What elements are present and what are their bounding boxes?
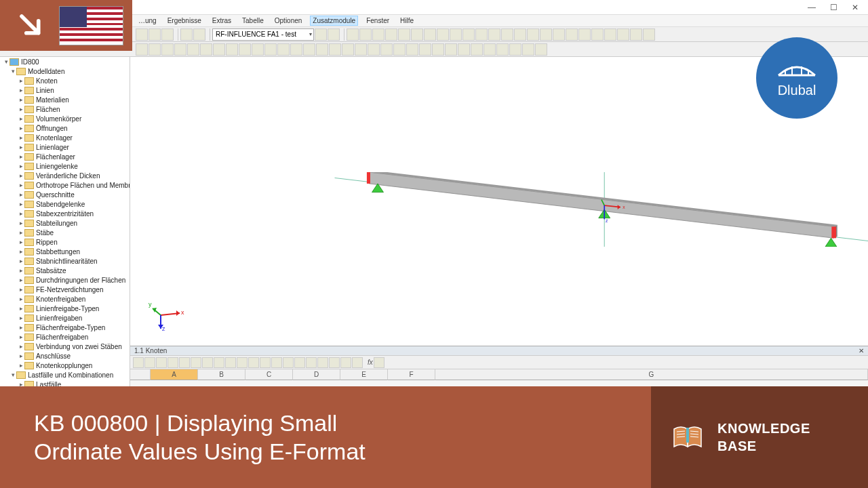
tree-item[interactable]: ▸Stabendgelenke (0, 199, 130, 209)
col-head-c[interactable]: C (245, 369, 293, 380)
toolbar-icon[interactable] (355, 43, 367, 56)
tree-item[interactable]: ▸Linienlager (0, 142, 130, 152)
toolbar-icon[interactable] (252, 43, 264, 56)
toolbar-icon[interactable] (136, 28, 148, 41)
tree-item[interactable]: ▸Lastfälle (0, 380, 130, 386)
toolbar-icon[interactable] (411, 28, 423, 41)
toolbar-icon[interactable] (445, 43, 457, 56)
table-tb-icon[interactable] (283, 357, 294, 368)
toolbar-icon[interactable] (540, 28, 552, 41)
tree-item[interactable]: ▸Durchdringungen der Flächen (0, 275, 130, 285)
module-combo[interactable]: RF-INFLUENCE FA1 - test (212, 28, 314, 41)
table-tb-icon[interactable] (248, 357, 259, 368)
3d-canvas[interactable]: x z xyz (130, 57, 868, 346)
tree-item[interactable]: ▸Knotenkopplungen (0, 361, 130, 370)
toolbar-icon[interactable] (149, 28, 161, 41)
col-head-d[interactable]: D (293, 369, 340, 380)
toolbar-icon[interactable] (347, 28, 359, 41)
tree-item[interactable]: ▸Linienfreigaben (0, 313, 130, 323)
toolbar-icon[interactable] (450, 28, 462, 41)
tree-item[interactable]: ▸FE-Netzverdichtungen (0, 285, 130, 294)
tree-group[interactable]: ▾Lastfälle und Kombinationen (0, 370, 130, 380)
col-head[interactable] (130, 369, 151, 380)
tree-item[interactable]: ▸Knoten (0, 76, 130, 85)
tree-item[interactable]: ▸Rippen (0, 237, 130, 247)
toolbar-icon[interactable] (200, 43, 212, 56)
table-tb-icon[interactable] (317, 357, 328, 368)
toolbar-icon[interactable] (475, 28, 488, 41)
menu-item[interactable]: Hilfe (397, 16, 416, 26)
toolbar-icon[interactable] (213, 43, 225, 56)
tree-item[interactable]: ▸Stabexzentrizitäten (0, 209, 130, 218)
toolbar-icon[interactable] (329, 43, 341, 56)
toolbar-icon[interactable] (264, 43, 277, 56)
menu-item[interactable]: Extras (210, 16, 234, 26)
tree-item[interactable]: ▸Volumenkörper (0, 114, 130, 123)
toolbar-icon[interactable] (514, 28, 526, 41)
toolbar-icon[interactable] (553, 28, 565, 41)
toolbar-icon[interactable] (180, 28, 193, 41)
toolbar-icon[interactable] (174, 43, 186, 56)
toolbar-icon[interactable] (342, 43, 354, 56)
toolbar-icon[interactable] (432, 43, 444, 56)
tree-item[interactable]: ▸Flächenlager (0, 152, 130, 161)
tree-item[interactable]: ▸Veränderliche Dicken (0, 171, 130, 180)
toolbar-icon[interactable] (617, 28, 629, 41)
tree-item[interactable]: ▸Öffnungen (0, 123, 130, 133)
toolbar-icon[interactable] (522, 43, 534, 56)
menu-item[interactable]: Optionen (272, 16, 305, 26)
toolbar-icon[interactable] (359, 28, 372, 41)
toolbar-icon[interactable] (398, 28, 410, 41)
menu-item[interactable]: Tabelle (239, 16, 267, 26)
toolbar-icon[interactable] (239, 43, 251, 56)
table-tb-icon[interactable] (144, 357, 155, 368)
tree-item[interactable]: ▸Liniengelenke (0, 161, 130, 171)
toolbar-icon[interactable] (315, 28, 327, 41)
toolbar-icon[interactable] (535, 43, 547, 56)
toolbar-icon[interactable] (566, 28, 578, 41)
toolbar-icon[interactable] (462, 28, 475, 41)
tree-item[interactable]: ▸Querschnitte (0, 190, 130, 199)
toolbar-icon[interactable] (149, 43, 161, 56)
col-head-a[interactable]: A (151, 369, 198, 380)
toolbar-icon[interactable] (437, 28, 449, 41)
toolbar-icon[interactable] (193, 28, 205, 41)
toolbar-icon[interactable] (136, 43, 148, 56)
menu-item[interactable]: …ung (136, 16, 159, 26)
tree-item[interactable]: ▸Materialien (0, 95, 130, 104)
maximize-button[interactable]: ☐ (823, 1, 844, 14)
toolbar-icon[interactable] (316, 43, 328, 56)
toolbar-icon[interactable] (328, 28, 340, 41)
table-tb-icon[interactable] (352, 357, 363, 368)
toolbar-icon[interactable] (501, 28, 513, 41)
toolbar-icon[interactable] (458, 43, 470, 56)
toolbar-icon[interactable] (630, 28, 642, 41)
toolbar-icon[interactable] (290, 43, 302, 56)
table-tb-icon[interactable] (374, 357, 384, 368)
toolbar-icon[interactable] (496, 43, 509, 56)
col-head-e[interactable]: E (340, 369, 388, 380)
tree-item[interactable]: ▸Flächenfreigabe-Typen (0, 323, 130, 332)
toolbar-icon[interactable] (406, 43, 418, 56)
table-tb-icon[interactable] (306, 357, 317, 368)
toolbar-icon[interactable] (226, 43, 238, 56)
table-tb-icon[interactable] (225, 357, 236, 368)
menu-item-zusatzmodule[interactable]: Zusatzmodule (310, 16, 358, 26)
table-tb-icon[interactable] (214, 357, 224, 368)
navigator-tree[interactable]: ▾ID800 ▾Modelldaten ▸Knoten▸Linien▸Mater… (0, 57, 130, 386)
toolbar-icon[interactable] (509, 43, 521, 56)
toolbar-icon[interactable] (424, 28, 436, 41)
toolbar-icon[interactable] (527, 28, 539, 41)
table-tb-icon[interactable] (156, 357, 167, 368)
toolbar-icon[interactable] (419, 43, 431, 56)
col-head-f[interactable]: F (388, 369, 435, 380)
minimize-button[interactable]: — (802, 1, 822, 14)
table-tb-icon[interactable] (202, 357, 213, 368)
toolbar-icon[interactable] (385, 28, 397, 41)
menu-item[interactable]: Fenster (363, 16, 392, 26)
toolbar-icon[interactable] (591, 28, 604, 41)
table-tb-icon[interactable] (340, 357, 351, 368)
toolbar-icon[interactable] (488, 28, 500, 41)
tree-item[interactable]: ▸Stabbettungen (0, 247, 130, 256)
toolbar-icon[interactable] (604, 28, 616, 41)
